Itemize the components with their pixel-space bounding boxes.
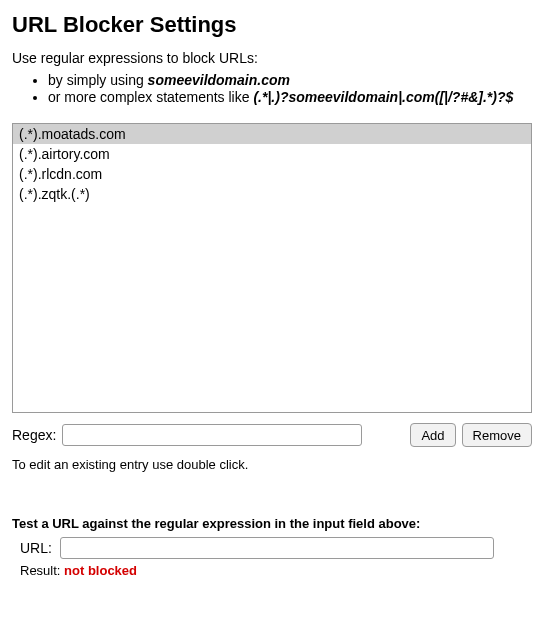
result-label: Result: (20, 563, 64, 578)
result-value: not blocked (64, 563, 137, 578)
list-item[interactable]: (.*).rlcdn.com (13, 164, 531, 184)
example-complex-code: (.*|.)?someevildomain|.com([|/?#&].*)?$ (253, 89, 513, 105)
regex-listbox[interactable]: (.*).moatads.com(.*).airtory.com(.*).rlc… (12, 123, 532, 413)
test-title: Test a URL against the regular expressio… (12, 516, 546, 531)
url-label: URL: (20, 540, 52, 556)
example-complex-prefix: or more complex statements like (48, 89, 253, 105)
example-simple: by simply using someevildomain.com (48, 72, 546, 88)
page-title: URL Blocker Settings (12, 12, 546, 38)
list-item[interactable]: (.*).airtory.com (13, 144, 531, 164)
regex-label: Regex: (12, 427, 56, 443)
edit-hint: To edit an existing entry use double cli… (12, 457, 546, 472)
example-simple-prefix: by simply using (48, 72, 148, 88)
example-simple-code: someevildomain.com (148, 72, 290, 88)
result-row: Result: not blocked (12, 563, 546, 578)
example-complex: or more complex statements like (.*|.)?s… (48, 89, 546, 105)
example-list: by simply using someevildomain.com or mo… (12, 72, 546, 105)
regex-input[interactable] (62, 424, 362, 446)
url-input[interactable] (60, 537, 494, 559)
remove-button[interactable]: Remove (462, 423, 532, 447)
list-item[interactable]: (.*).zqtk.(.*) (13, 184, 531, 204)
list-item[interactable]: (.*).moatads.com (13, 124, 531, 144)
add-button[interactable]: Add (410, 423, 455, 447)
intro-text: Use regular expressions to block URLs: (12, 50, 546, 66)
